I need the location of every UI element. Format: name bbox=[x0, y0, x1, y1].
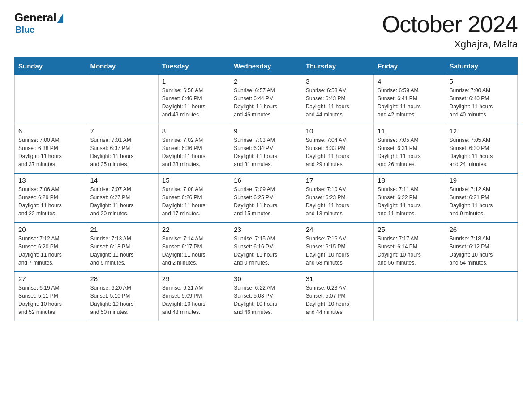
calendar-cell: 27Sunrise: 6:19 AMSunset: 5:11 PMDayligh… bbox=[15, 272, 86, 321]
day-number: 31 bbox=[306, 275, 370, 283]
location-subtitle: Xghajra, Malta bbox=[382, 39, 518, 50]
day-number: 6 bbox=[18, 127, 82, 135]
calendar-header-wednesday: Wednesday bbox=[230, 58, 302, 75]
day-number: 23 bbox=[234, 226, 298, 233]
day-info: Sunrise: 7:05 AMSunset: 6:30 PMDaylight:… bbox=[450, 136, 514, 168]
calendar-cell: 8Sunrise: 7:02 AMSunset: 6:36 PMDaylight… bbox=[158, 124, 230, 173]
day-number: 24 bbox=[306, 226, 370, 233]
day-number: 11 bbox=[378, 127, 442, 135]
title-block: October 2024 Xghajra, Malta bbox=[382, 11, 518, 50]
day-info: Sunrise: 7:12 AMSunset: 6:21 PMDaylight:… bbox=[450, 185, 514, 218]
day-number: 19 bbox=[450, 176, 514, 184]
day-info: Sunrise: 6:19 AMSunset: 5:11 PMDaylight:… bbox=[18, 284, 82, 316]
calendar-header-saturday: Saturday bbox=[446, 58, 517, 75]
day-number: 26 bbox=[450, 226, 514, 233]
calendar-header-row: SundayMondayTuesdayWednesdayThursdayFrid… bbox=[15, 58, 518, 75]
calendar-week-row: 27Sunrise: 6:19 AMSunset: 5:11 PMDayligh… bbox=[15, 272, 518, 321]
day-info: Sunrise: 7:03 AMSunset: 6:34 PMDaylight:… bbox=[234, 136, 298, 168]
day-info: Sunrise: 7:09 AMSunset: 6:25 PMDaylight:… bbox=[234, 185, 298, 218]
calendar-cell bbox=[15, 75, 86, 124]
day-info: Sunrise: 7:07 AMSunset: 6:27 PMDaylight:… bbox=[90, 185, 154, 218]
calendar-cell: 6Sunrise: 7:00 AMSunset: 6:38 PMDaylight… bbox=[15, 124, 86, 173]
logo: General Blue bbox=[14, 11, 63, 35]
calendar-header-friday: Friday bbox=[374, 58, 446, 75]
calendar-cell: 7Sunrise: 7:01 AMSunset: 6:37 PMDaylight… bbox=[86, 124, 158, 173]
calendar-header-sunday: Sunday bbox=[15, 58, 86, 75]
calendar-cell: 25Sunrise: 7:17 AMSunset: 6:14 PMDayligh… bbox=[374, 223, 446, 272]
calendar-cell: 28Sunrise: 6:20 AMSunset: 5:10 PMDayligh… bbox=[86, 272, 158, 321]
calendar-header-monday: Monday bbox=[86, 58, 158, 75]
day-number: 13 bbox=[18, 176, 82, 184]
day-info: Sunrise: 7:01 AMSunset: 6:37 PMDaylight:… bbox=[90, 136, 154, 168]
day-info: Sunrise: 7:08 AMSunset: 6:26 PMDaylight:… bbox=[162, 185, 226, 218]
calendar-cell bbox=[446, 272, 517, 321]
logo-blue-text: Blue bbox=[15, 25, 34, 35]
calendar-cell: 20Sunrise: 7:12 AMSunset: 6:20 PMDayligh… bbox=[15, 223, 86, 272]
day-number: 25 bbox=[378, 226, 442, 233]
calendar-cell: 9Sunrise: 7:03 AMSunset: 6:34 PMDaylight… bbox=[230, 124, 302, 173]
day-info: Sunrise: 7:10 AMSunset: 6:23 PMDaylight:… bbox=[306, 185, 370, 218]
calendar-week-row: 1Sunrise: 6:56 AMSunset: 6:46 PMDaylight… bbox=[15, 75, 518, 124]
day-info: Sunrise: 7:16 AMSunset: 6:15 PMDaylight:… bbox=[306, 235, 370, 267]
calendar-cell bbox=[374, 272, 446, 321]
day-info: Sunrise: 7:06 AMSunset: 6:29 PMDaylight:… bbox=[18, 185, 82, 218]
day-number: 14 bbox=[90, 176, 154, 184]
day-number: 22 bbox=[162, 226, 226, 233]
day-info: Sunrise: 7:05 AMSunset: 6:31 PMDaylight:… bbox=[378, 136, 442, 168]
calendar-week-row: 6Sunrise: 7:00 AMSunset: 6:38 PMDaylight… bbox=[15, 124, 518, 173]
day-number: 21 bbox=[90, 226, 154, 233]
calendar-cell: 21Sunrise: 7:13 AMSunset: 6:18 PMDayligh… bbox=[86, 223, 158, 272]
day-number: 1 bbox=[162, 77, 226, 85]
calendar-cell: 1Sunrise: 6:56 AMSunset: 6:46 PMDaylight… bbox=[158, 75, 230, 124]
calendar-cell: 22Sunrise: 7:14 AMSunset: 6:17 PMDayligh… bbox=[158, 223, 230, 272]
day-number: 27 bbox=[18, 275, 82, 283]
day-info: Sunrise: 6:23 AMSunset: 5:07 PMDaylight:… bbox=[306, 284, 370, 316]
day-number: 10 bbox=[306, 127, 370, 135]
calendar-cell: 30Sunrise: 6:22 AMSunset: 5:08 PMDayligh… bbox=[230, 272, 302, 321]
calendar-cell: 26Sunrise: 7:18 AMSunset: 6:12 PMDayligh… bbox=[446, 223, 517, 272]
day-number: 2 bbox=[234, 77, 298, 85]
day-number: 28 bbox=[90, 275, 154, 283]
day-info: Sunrise: 7:04 AMSunset: 6:33 PMDaylight:… bbox=[306, 136, 370, 168]
calendar-cell: 5Sunrise: 7:00 AMSunset: 6:40 PMDaylight… bbox=[446, 75, 517, 124]
day-number: 15 bbox=[162, 176, 226, 184]
calendar-cell: 3Sunrise: 6:58 AMSunset: 6:43 PMDaylight… bbox=[302, 75, 373, 124]
calendar-cell: 4Sunrise: 6:59 AMSunset: 6:41 PMDaylight… bbox=[374, 75, 446, 124]
day-info: Sunrise: 7:12 AMSunset: 6:20 PMDaylight:… bbox=[18, 235, 82, 267]
calendar-cell: 15Sunrise: 7:08 AMSunset: 6:26 PMDayligh… bbox=[158, 173, 230, 223]
calendar-cell bbox=[86, 75, 158, 124]
calendar-cell: 19Sunrise: 7:12 AMSunset: 6:21 PMDayligh… bbox=[446, 173, 517, 223]
calendar-cell: 12Sunrise: 7:05 AMSunset: 6:30 PMDayligh… bbox=[446, 124, 517, 173]
day-number: 3 bbox=[306, 77, 370, 85]
day-info: Sunrise: 6:22 AMSunset: 5:08 PMDaylight:… bbox=[234, 284, 298, 316]
calendar-cell: 2Sunrise: 6:57 AMSunset: 6:44 PMDaylight… bbox=[230, 75, 302, 124]
day-info: Sunrise: 7:02 AMSunset: 6:36 PMDaylight:… bbox=[162, 136, 226, 168]
calendar-cell: 24Sunrise: 7:16 AMSunset: 6:15 PMDayligh… bbox=[302, 223, 373, 272]
calendar-title: October 2024 bbox=[382, 11, 518, 38]
day-info: Sunrise: 6:20 AMSunset: 5:10 PMDaylight:… bbox=[90, 284, 154, 316]
calendar-cell: 31Sunrise: 6:23 AMSunset: 5:07 PMDayligh… bbox=[302, 272, 373, 321]
calendar-header-thursday: Thursday bbox=[302, 58, 373, 75]
day-number: 29 bbox=[162, 275, 226, 283]
day-number: 20 bbox=[18, 226, 82, 233]
day-number: 5 bbox=[450, 77, 514, 85]
calendar-cell: 14Sunrise: 7:07 AMSunset: 6:27 PMDayligh… bbox=[86, 173, 158, 223]
calendar-cell: 10Sunrise: 7:04 AMSunset: 6:33 PMDayligh… bbox=[302, 124, 373, 173]
logo-triangle-icon bbox=[57, 13, 63, 23]
calendar-header-tuesday: Tuesday bbox=[158, 58, 230, 75]
calendar-cell: 13Sunrise: 7:06 AMSunset: 6:29 PMDayligh… bbox=[15, 173, 86, 223]
day-info: Sunrise: 6:57 AMSunset: 6:44 PMDaylight:… bbox=[234, 86, 298, 119]
day-number: 30 bbox=[234, 275, 298, 283]
day-number: 7 bbox=[90, 127, 154, 135]
header: General Blue October 2024 Xghajra, Malta bbox=[14, 11, 518, 50]
day-info: Sunrise: 7:14 AMSunset: 6:17 PMDaylight:… bbox=[162, 235, 226, 267]
calendar-cell: 11Sunrise: 7:05 AMSunset: 6:31 PMDayligh… bbox=[374, 124, 446, 173]
day-number: 17 bbox=[306, 176, 370, 184]
calendar-week-row: 20Sunrise: 7:12 AMSunset: 6:20 PMDayligh… bbox=[15, 223, 518, 272]
day-number: 9 bbox=[234, 127, 298, 135]
day-number: 16 bbox=[234, 176, 298, 184]
calendar-cell: 23Sunrise: 7:15 AMSunset: 6:16 PMDayligh… bbox=[230, 223, 302, 272]
day-number: 18 bbox=[378, 176, 442, 184]
calendar-table: SundayMondayTuesdayWednesdayThursdayFrid… bbox=[14, 57, 518, 321]
logo-general-text: General bbox=[14, 11, 56, 25]
